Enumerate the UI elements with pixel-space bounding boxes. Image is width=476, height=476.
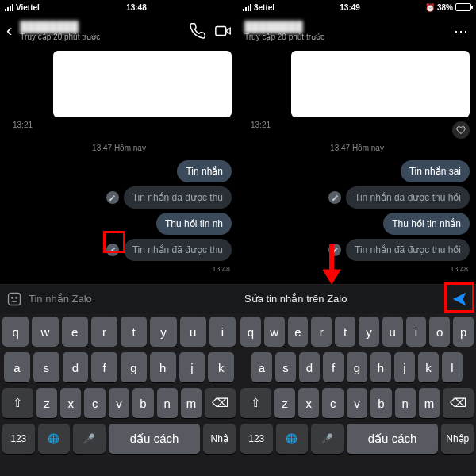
key-h[interactable]: h bbox=[370, 352, 391, 382]
key-u[interactable]: u bbox=[382, 317, 403, 347]
key-y[interactable]: y bbox=[150, 317, 176, 347]
numbers-key[interactable]: 123 bbox=[240, 424, 273, 454]
key-s[interactable]: s bbox=[33, 352, 60, 382]
message-bubble[interactable]: Thu hồi tin nh bbox=[156, 213, 232, 235]
key-s[interactable]: s bbox=[275, 352, 296, 382]
key-z[interactable]: z bbox=[36, 388, 57, 418]
key-g[interactable]: g bbox=[121, 352, 147, 382]
kb-row-2: asdfghjk bbox=[2, 352, 236, 382]
key-j[interactable]: j bbox=[179, 352, 205, 382]
message-input[interactable]: Sửa tin nhắn trên Zalo bbox=[244, 293, 443, 305]
mic-key[interactable]: 🎤 bbox=[311, 424, 344, 454]
key-h[interactable]: h bbox=[150, 352, 176, 382]
key-x[interactable]: x bbox=[60, 388, 81, 418]
key-v[interactable]: v bbox=[347, 388, 367, 418]
key-r[interactable]: r bbox=[311, 317, 332, 347]
key-b[interactable]: b bbox=[370, 388, 391, 418]
return-key[interactable]: Nhập bbox=[441, 424, 474, 454]
chat-header: ████████ Truy cập 20 phút trước ⋯ bbox=[238, 14, 476, 48]
recalled-message[interactable]: Tin nhắn đã được thu hồi bbox=[346, 239, 470, 261]
input-bar: Tin nhắn Zalo bbox=[0, 284, 238, 313]
more-icon[interactable]: ⋯ bbox=[454, 22, 470, 40]
recalled-message[interactable]: Tin nhắn đã được thu bbox=[124, 239, 232, 261]
space-key[interactable]: dấu cách bbox=[109, 424, 201, 454]
key-w[interactable]: w bbox=[32, 317, 58, 347]
key-a[interactable]: a bbox=[251, 352, 272, 382]
message-bubble[interactable]: Tin nhắn bbox=[177, 160, 232, 182]
image-message[interactable] bbox=[291, 51, 470, 117]
video-icon[interactable] bbox=[214, 22, 232, 40]
call-icon[interactable] bbox=[189, 22, 206, 40]
key-k[interactable]: k bbox=[418, 352, 439, 382]
key-j[interactable]: j bbox=[394, 352, 415, 382]
key-p[interactable]: p bbox=[453, 317, 474, 347]
date-separator: 13:47 Hôm nay bbox=[6, 144, 232, 152]
clock: 13:49 bbox=[340, 3, 360, 12]
key-m[interactable]: m bbox=[419, 388, 440, 418]
battery-icon bbox=[455, 3, 471, 11]
kb-row-1: qwertyui bbox=[2, 317, 236, 347]
shift-key[interactable]: ⇧ bbox=[240, 388, 271, 418]
recalled-message[interactable]: Tin nhắn đã được thu bbox=[124, 186, 232, 209]
backspace-key[interactable]: ⌫ bbox=[443, 388, 474, 418]
key-y[interactable]: y bbox=[359, 317, 379, 347]
key-c[interactable]: c bbox=[84, 388, 105, 418]
key-d[interactable]: d bbox=[299, 352, 320, 382]
key-v[interactable]: v bbox=[109, 388, 129, 418]
space-key[interactable]: dấu cách bbox=[347, 424, 439, 454]
kb-row-3: ⇧ zxcvbnm ⌫ bbox=[2, 388, 236, 418]
key-i[interactable]: i bbox=[406, 317, 427, 347]
message-timestamp: 13:48 bbox=[6, 265, 230, 273]
contact-name: ████████ bbox=[20, 21, 181, 33]
key-n[interactable]: n bbox=[395, 388, 416, 418]
mic-key[interactable]: 🎤 bbox=[73, 424, 106, 454]
key-r[interactable]: r bbox=[91, 317, 117, 347]
send-button[interactable] bbox=[449, 289, 470, 309]
key-q[interactable]: q bbox=[240, 317, 261, 347]
edit-icon[interactable] bbox=[106, 191, 119, 204]
key-q[interactable]: q bbox=[2, 317, 29, 347]
key-i[interactable]: i bbox=[209, 317, 236, 347]
key-a[interactable]: a bbox=[4, 352, 30, 382]
key-l[interactable]: l bbox=[442, 352, 463, 382]
edit-icon[interactable] bbox=[328, 244, 341, 256]
carrier-label: 3ettel bbox=[254, 3, 274, 12]
message-bubble[interactable]: Thu hồi tin nhắn bbox=[383, 213, 470, 235]
key-z[interactable]: z bbox=[274, 388, 295, 418]
key-n[interactable]: n bbox=[157, 388, 178, 418]
key-m[interactable]: m bbox=[181, 388, 202, 418]
return-key[interactable]: Nhậ bbox=[203, 424, 236, 454]
alarm-icon: ⏰ bbox=[425, 3, 435, 12]
key-c[interactable]: c bbox=[322, 388, 343, 418]
sticker-icon[interactable] bbox=[6, 291, 22, 307]
message-input[interactable]: Tin nhắn Zalo bbox=[29, 293, 232, 305]
kb-row-2: asdfghjkl bbox=[240, 352, 474, 382]
key-u[interactable]: u bbox=[180, 317, 206, 347]
key-o[interactable]: o bbox=[429, 317, 450, 347]
key-t[interactable]: t bbox=[335, 317, 355, 347]
globe-key[interactable]: 🌐 bbox=[38, 424, 71, 454]
react-icon[interactable] bbox=[452, 121, 470, 139]
image-message[interactable] bbox=[53, 51, 232, 117]
shift-key[interactable]: ⇧ bbox=[2, 388, 33, 418]
key-b[interactable]: b bbox=[132, 388, 153, 418]
numbers-key[interactable]: 123 bbox=[2, 424, 35, 454]
edit-icon[interactable] bbox=[106, 244, 119, 256]
key-f[interactable]: f bbox=[323, 352, 344, 382]
key-f[interactable]: f bbox=[91, 352, 117, 382]
key-x[interactable]: x bbox=[298, 388, 319, 418]
key-e[interactable]: e bbox=[62, 317, 88, 347]
recalled-message[interactable]: Tin nhắn đã được thu hồi bbox=[346, 186, 470, 209]
message-bubble[interactable]: Tin nhắn sai bbox=[401, 160, 470, 182]
globe-key[interactable]: 🌐 bbox=[276, 424, 309, 454]
key-w[interactable]: w bbox=[264, 317, 285, 347]
key-g[interactable]: g bbox=[347, 352, 367, 382]
key-e[interactable]: e bbox=[288, 317, 309, 347]
key-k[interactable]: k bbox=[208, 352, 234, 382]
back-icon[interactable]: ‹ bbox=[6, 22, 12, 40]
last-seen: Truy cập 20 phút trước bbox=[20, 33, 181, 41]
backspace-key[interactable]: ⌫ bbox=[205, 388, 236, 418]
edit-icon[interactable] bbox=[328, 191, 341, 204]
key-d[interactable]: d bbox=[63, 352, 89, 382]
key-t[interactable]: t bbox=[121, 317, 147, 347]
